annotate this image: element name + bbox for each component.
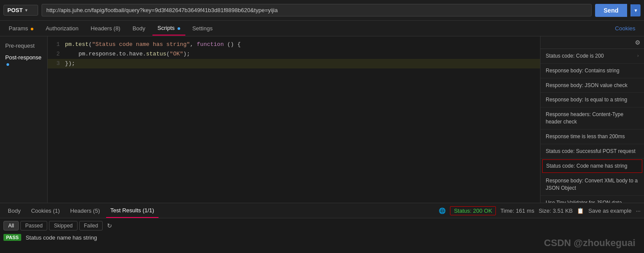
size-label: Size: 3.51 KB: [539, 208, 573, 214]
sidebar-prerequest[interactable]: Pre-request: [0, 40, 47, 52]
save-as-example[interactable]: Save as example: [588, 208, 631, 214]
sidebar-postresponse[interactable]: Post-response: [0, 52, 47, 70]
snippet-item-9[interactable]: Use Tiny Validator for JSON data: [540, 196, 644, 203]
method-chevron-icon: ▾: [25, 8, 27, 13]
line-content-3: });: [65, 59, 540, 68]
snippet-arrow-0: ›: [637, 52, 639, 59]
bottom-tab-test-results[interactable]: Test Results (1/1): [106, 204, 159, 218]
line-content-1: pm.test("Status code name has string", f…: [65, 40, 540, 49]
params-dot: [31, 28, 33, 30]
send-button[interactable]: Send: [595, 4, 627, 17]
bottom-tabs: Body Cookies (1) Headers (5) Test Result…: [0, 203, 644, 218]
tab-params[interactable]: Params: [3, 22, 39, 35]
globe-icon: 🌐: [439, 208, 446, 214]
snippet-header: ⚙: [540, 36, 644, 49]
code-line-3: 3 });: [48, 59, 540, 68]
cookies-link[interactable]: Cookies: [610, 22, 641, 35]
filter-tabs: All Passed Skipped Failed ↻: [3, 218, 641, 232]
bottom-results: All Passed Skipped Failed ↻ PASS Status …: [0, 218, 644, 253]
line-num-2: 2: [48, 49, 65, 59]
line-num-1: 1: [48, 40, 65, 49]
tab-settings[interactable]: Settings: [187, 22, 218, 35]
snippets-panel: ⚙ Status code: Code is 200 › Response bo…: [540, 36, 644, 203]
tab-scripts[interactable]: Scripts: [152, 21, 185, 36]
tab-body[interactable]: Body: [127, 22, 151, 35]
nav-tabs-left: Params Authorization Headers (8) Body Sc…: [3, 21, 218, 36]
method-selector[interactable]: POST ▾: [3, 5, 38, 16]
nav-tabs: Params Authorization Headers (8) Body Sc…: [0, 21, 644, 36]
filter-tab-skipped[interactable]: Skipped: [49, 221, 77, 230]
pass-row: PASS Status code name has string: [3, 232, 641, 243]
snippet-item-3[interactable]: Response body: Is equal to a string: [540, 93, 644, 107]
refresh-button[interactable]: ↻: [104, 221, 115, 230]
snippet-item-0[interactable]: Status code: Code is 200 ›: [540, 49, 644, 64]
postresponse-dot: [6, 63, 9, 66]
main-content: Pre-request Post-response 1 pm.test("Sta…: [0, 36, 644, 203]
bottom-tab-body[interactable]: Body: [3, 204, 25, 217]
code-line-1: 1 pm.test("Status code name has string",…: [48, 40, 540, 49]
code-line-2: 2 pm.response.to.have.status("OK");: [48, 49, 540, 59]
line-content-2: pm.response.to.have.status("OK");: [65, 49, 540, 59]
top-bar: POST ▾ Send ▾: [0, 0, 644, 21]
scripts-dot: [178, 27, 180, 30]
pass-badge: PASS: [3, 234, 21, 241]
bottom-tabs-right: 🌐 Status: 200 OK Time: 161 ms Size: 3.51…: [439, 206, 641, 215]
method-label: POST: [7, 7, 23, 13]
status-badge: Status: 200 OK: [450, 206, 496, 215]
filter-tab-passed[interactable]: Passed: [20, 221, 47, 230]
time-label: Time: 161 ms: [500, 208, 534, 214]
snippet-item-5[interactable]: Response time is less than 200ms: [540, 130, 644, 144]
tab-authorization[interactable]: Authorization: [40, 22, 84, 35]
snippet-settings-icon[interactable]: ⚙: [635, 39, 641, 46]
filter-tab-all[interactable]: All: [3, 221, 19, 230]
filter-tab-failed[interactable]: Failed: [79, 221, 103, 230]
save-icon: 📋: [577, 208, 584, 214]
snippet-item-8[interactable]: Response body: Convert XML body to a JSO…: [540, 174, 644, 196]
code-editor[interactable]: 1 pm.test("Status code name has string",…: [48, 36, 540, 203]
tab-headers[interactable]: Headers (8): [85, 22, 126, 35]
snippet-item-7[interactable]: Status code: Code name has string: [542, 159, 642, 173]
snippet-item-4[interactable]: Response headers: Content-Type header ch…: [540, 107, 644, 130]
pass-text: Status code name has string: [26, 234, 97, 241]
snippet-item-2[interactable]: Response body: JSON value check: [540, 78, 644, 93]
url-input[interactable]: [42, 4, 592, 16]
bottom-tabs-left: Body Cookies (1) Headers (5) Test Result…: [3, 204, 159, 218]
snippet-item-1[interactable]: Response body: Contains string: [540, 64, 644, 78]
send-dropdown-button[interactable]: ▾: [631, 4, 641, 16]
snippet-item-6[interactable]: Status code: Successful POST request: [540, 144, 644, 159]
bottom-tab-headers[interactable]: Headers (5): [66, 204, 104, 217]
left-sidebar: Pre-request Post-response: [0, 36, 48, 203]
bottom-tab-cookies[interactable]: Cookies (1): [27, 204, 64, 217]
code-lines: 1 pm.test("Status code name has string",…: [48, 36, 540, 72]
more-options-icon[interactable]: ···: [636, 208, 641, 214]
line-num-3: 3: [48, 59, 65, 68]
